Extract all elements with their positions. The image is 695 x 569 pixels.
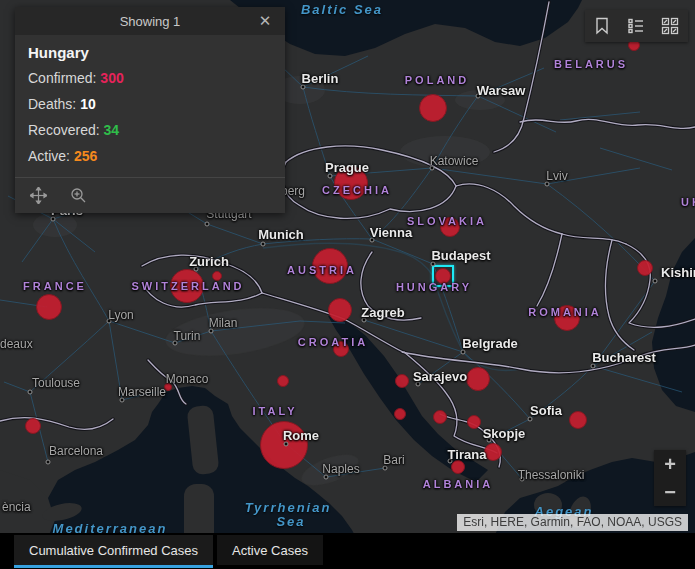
- case-bubble-serbia[interactable]: [466, 367, 490, 391]
- country-label: AUSTRIA: [287, 264, 357, 276]
- bookmark-icon[interactable]: [585, 10, 619, 42]
- city-dot: [261, 242, 266, 247]
- popup-field-active: Active: 256: [28, 148, 272, 165]
- tab-cumulative-confirmed-cases[interactable]: Cumulative Confirmed Cases: [14, 535, 213, 565]
- country-label: BELARUS: [554, 58, 628, 70]
- zoom-control: + −: [654, 450, 686, 506]
- city-label: Monaco: [166, 372, 209, 386]
- zoom-out-button[interactable]: −: [654, 478, 686, 506]
- city-dot: [28, 390, 33, 395]
- city-label: Prague: [325, 160, 369, 175]
- country-label: SWITZERLAND: [131, 280, 244, 292]
- field-label: Recovered:: [28, 122, 100, 138]
- city-label: Berlin: [302, 71, 339, 86]
- city-label: Milan: [209, 316, 238, 330]
- field-label: Deaths:: [28, 96, 76, 112]
- city-label: Toulouse: [32, 376, 80, 390]
- country-label: ROMANIA: [528, 306, 602, 318]
- city-label: Katowice: [430, 154, 479, 168]
- popup-header-title: Showing 1: [15, 14, 285, 29]
- country-label: FRANCE: [23, 280, 87, 292]
- zoom-in-button[interactable]: +: [654, 450, 686, 478]
- popup-header[interactable]: Showing 1 ✕: [15, 7, 285, 35]
- city-label: Belgrade: [462, 336, 518, 351]
- case-bubble-france[interactable]: [36, 294, 62, 320]
- popup-field-deaths: Deaths: 10: [28, 96, 272, 113]
- case-bubble-south-dalmatia[interactable]: [394, 408, 406, 420]
- city-dot: [46, 460, 51, 465]
- country-label: CZECHIA: [322, 184, 392, 196]
- pan-to-feature-icon[interactable]: [25, 183, 51, 209]
- case-bubble-bulgaria[interactable]: [569, 411, 587, 429]
- city-label: Rome: [283, 428, 319, 443]
- country-label: HUNGARY: [396, 281, 472, 293]
- tab-label: Active Cases: [232, 543, 308, 558]
- city-dot: [653, 279, 658, 284]
- feature-popup: Showing 1 ✕ Hungary Confirmed: 300 Death…: [15, 7, 285, 213]
- city-label: Zurich: [189, 254, 229, 269]
- case-bubble-north-macedonia[interactable]: [484, 443, 502, 461]
- city-label: Tirana: [448, 447, 487, 462]
- tab-active-cases[interactable]: Active Cases: [217, 535, 323, 565]
- city-dot: [205, 222, 210, 227]
- popup-footer: [15, 177, 285, 213]
- country-label: POLAND: [405, 74, 469, 86]
- legend-icon[interactable]: [619, 10, 653, 42]
- city-label: Sarajevo: [413, 369, 467, 384]
- country-label: ITALY: [253, 405, 298, 417]
- case-bubble-poland[interactable]: [419, 94, 447, 122]
- city-label: Zagreb: [361, 305, 404, 320]
- city-label: Naples: [322, 462, 359, 476]
- sea-label: Tyrrhenian: [245, 500, 332, 515]
- popup-field-recovered: Recovered: 34: [28, 122, 272, 139]
- country-label: UKRAINE: [681, 196, 695, 208]
- field-value: 300: [100, 70, 123, 86]
- city-label: ència: [2, 500, 31, 514]
- city-label: Barcelona: [49, 444, 103, 458]
- city-label: Sofia: [530, 403, 562, 418]
- popup-title: Hungary: [28, 44, 272, 61]
- field-label: Active:: [28, 148, 70, 164]
- tab-bar: Cumulative Confirmed Cases Active Cases: [0, 533, 695, 569]
- city-label: Marseille: [118, 385, 166, 399]
- case-bubble-kosovo[interactable]: [467, 415, 481, 429]
- sea-label: Baltic Sea: [301, 2, 383, 17]
- city-label: Kishinev: [661, 265, 695, 280]
- case-bubble-moldova[interactable]: [637, 260, 653, 276]
- city-label: Munich: [258, 227, 304, 242]
- case-bubble-san-marino[interactable]: [277, 375, 289, 387]
- city-label: Budapest: [431, 248, 490, 263]
- map-attribution: Esri, HERE, Garmin, FAO, NOAA, USGS: [457, 514, 688, 531]
- case-bubble-andorra[interactable]: [25, 418, 41, 434]
- country-label: CROATIA: [298, 336, 368, 348]
- country-label: SLOVAKIA: [407, 215, 487, 227]
- popup-field-confirmed: Confirmed: 300: [28, 70, 272, 87]
- case-bubble-montenegro[interactable]: [433, 410, 447, 424]
- map-view[interactable]: BerlinWarsawPragueViennaBudapestMunichZu…: [0, 0, 695, 569]
- case-bubble-albania[interactable]: [451, 460, 465, 474]
- basemap-gallery-icon[interactable]: [653, 10, 687, 42]
- case-bubble-dalmatia[interactable]: [395, 374, 409, 388]
- close-icon[interactable]: ✕: [251, 7, 279, 35]
- city-label: Thessaloniki: [518, 468, 585, 482]
- city-label: Lyon: [108, 308, 134, 322]
- city-label: deaux: [0, 337, 33, 351]
- country-label: ALBANIA: [423, 478, 494, 490]
- popup-body: Hungary Confirmed: 300 Deaths: 10 Recove…: [15, 35, 285, 177]
- field-value: 256: [74, 148, 97, 164]
- zoom-to-feature-icon[interactable]: [65, 183, 91, 209]
- field-value: 34: [103, 122, 119, 138]
- city-label: Turin: [174, 329, 201, 343]
- city-label: Bari: [383, 453, 404, 467]
- city-label: Skopje: [483, 426, 526, 441]
- sea-label: Sea: [276, 514, 305, 529]
- city-label: Bucharest: [592, 350, 656, 365]
- city-label: Warsaw: [477, 83, 526, 98]
- tab-label: Cumulative Confirmed Cases: [29, 543, 198, 558]
- city-label: Lviv: [546, 169, 567, 183]
- city-label: Vienna: [370, 225, 412, 240]
- case-bubble-slovenia[interactable]: [328, 298, 352, 322]
- field-label: Confirmed:: [28, 70, 96, 86]
- map-toolbar: [585, 10, 688, 42]
- field-value: 10: [80, 96, 96, 112]
